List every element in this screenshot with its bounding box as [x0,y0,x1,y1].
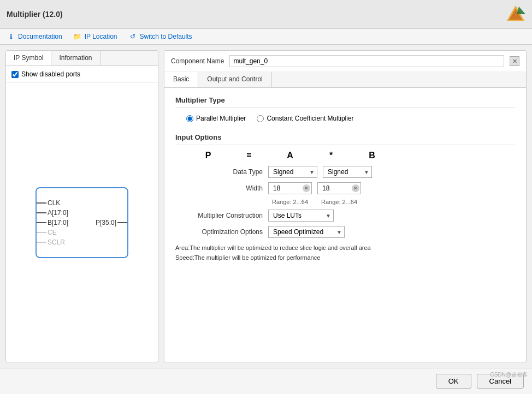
ip-location-label: IP Location [85,33,117,40]
info-icon: ℹ [7,32,15,41]
options-row: Show disabled ports [6,66,158,83]
data-type-row: Data Type Signed Unsigned ▼ Signed [175,166,515,178]
port-a: A[17:0] [48,209,116,217]
multiplier-construction-label: Multiplier Construction [175,212,263,219]
main-content: IP Symbol Information Show disabled port… [0,45,532,368]
component-name-row: Component Name ✕ [164,51,526,72]
port-line [37,212,46,213]
radio-parallel-input[interactable] [186,115,193,122]
ip-box: CLK A[17:0] B[17:0] P[35:0] [36,187,128,258]
documentation-label: Documentation [18,33,62,40]
width-label: Width [175,184,263,192]
switch-to-defaults-label: Switch to Defaults [140,33,192,40]
range-values: Range: 2...64 Range: 2...64 [268,199,361,205]
component-clear-button[interactable]: ✕ [510,56,519,66]
optimization-options-wrapper: Speed Optimized Area Optimized ▼ [268,226,345,238]
left-tabs: IP Symbol Information [6,51,158,66]
width-b-clear-button[interactable]: ✕ [352,184,359,192]
footer: OK Cancel [0,368,532,394]
show-disabled-ports-input[interactable] [11,71,19,78]
ip-location-button[interactable]: 📁 IP Location [73,32,117,41]
symbol-area: CLK A[17:0] B[17:0] P[35:0] [6,83,158,362]
width-a-clear-button[interactable]: ✕ [303,184,310,192]
help-speed-text: Speed:The multiplier will be optimized f… [175,253,515,263]
radio-constant-label: Constant Coefficient Multiplier [267,115,353,122]
logo-icon [506,4,525,24]
radio-constant-input[interactable] [257,115,264,122]
ip-symbol: CLK A[17:0] B[17:0] P[35:0] [36,187,128,258]
data-type-a-select[interactable]: Signed Unsigned [268,166,317,178]
dialog: Multiplier (12.0) ℹ Documentation 📁 IP L… [0,0,532,394]
formula-p: P [186,151,230,160]
help-area-text: Area:The multiplier will be optimized to… [175,243,515,253]
data-type-controls: Signed Unsigned ▼ Signed Unsigned ▼ [268,166,372,178]
multiplier-type-radios: Parallel Multiplier Constant Coefficient… [186,115,515,122]
port-line [37,202,46,204]
show-disabled-ports-checkbox[interactable]: Show disabled ports [11,70,152,78]
show-disabled-ports-label: Show disabled ports [21,70,80,78]
optimization-options-row: Optimization Options Speed Optimized Are… [175,226,515,238]
formula-b: B [350,151,394,160]
data-type-a-wrapper: Signed Unsigned ▼ [268,166,317,178]
right-tabs: Basic Output and Control [164,72,526,88]
documentation-button[interactable]: ℹ Documentation [7,32,62,41]
port-line [37,222,46,223]
tab-information[interactable]: Information [51,51,100,65]
port-ce: CE [48,229,116,236]
component-name-input[interactable] [229,55,504,67]
multiplier-construction-wrapper: Use LUTs Use Mults ▼ [268,210,334,222]
folder-icon: 📁 [73,32,82,41]
port-clk: CLK [48,199,116,207]
width-row: Width ✕ ✕ [175,182,515,194]
formula-eq: = [241,151,257,160]
tab-ip-symbol[interactable]: IP Symbol [6,51,51,65]
watermark: CSDN@迷都客 [490,371,528,379]
input-options-title: Input Options [175,133,515,145]
ok-button[interactable]: OK [436,374,471,389]
radio-parallel-label: Parallel Multiplier [196,115,246,122]
data-type-b-select[interactable]: Signed Unsigned [323,166,372,178]
multiplier-type-title: Multiplier Type [175,96,515,108]
formula-row: P = A * B [181,151,515,160]
width-a-wrap: ✕ [268,182,312,194]
tab-basic[interactable]: Basic [164,72,198,87]
tab-output-control[interactable]: Output and Control [198,72,271,87]
formula-a: A [268,151,312,160]
multiplier-construction-select[interactable]: Use LUTs Use Mults [268,210,334,222]
radio-parallel-multiplier[interactable]: Parallel Multiplier [186,115,246,122]
data-type-label: Data Type [175,168,263,176]
toolbar: ℹ Documentation 📁 IP Location ↺ Switch t… [0,29,532,45]
port-line-right [117,222,127,223]
width-b-wrap: ✕ [317,182,361,194]
port-line [37,232,46,233]
data-type-b-wrapper: Signed Unsigned ▼ [323,166,372,178]
optimization-options-label: Optimization Options [175,228,263,236]
port-b: B[17:0] P[35:0] [48,219,116,226]
help-text: Area:The multiplier will be optimized to… [175,243,515,262]
switch-to-defaults-button[interactable]: ↺ Switch to Defaults [128,32,192,41]
right-panel: Component Name ✕ Basic Output and Contro… [164,50,527,362]
port-line [37,242,46,243]
title-bar: Multiplier (12.0) [0,0,532,29]
width-controls: ✕ ✕ [268,182,361,194]
range-b: Range: 2...64 [317,199,361,205]
component-name-label: Component Name [171,57,224,65]
formula-times: * [323,151,339,160]
right-content: Multiplier Type Parallel Multiplier Cons… [164,88,526,362]
multiplier-construction-row: Multiplier Construction Use LUTs Use Mul… [175,210,515,222]
refresh-icon: ↺ [128,32,137,41]
range-a: Range: 2...64 [268,199,312,205]
svg-marker-2 [517,7,525,14]
port-sclr: SCLR [48,238,116,246]
optimization-options-select[interactable]: Speed Optimized Area Optimized [268,226,345,238]
radio-constant-coefficient[interactable]: Constant Coefficient Multiplier [257,115,353,122]
dialog-title: Multiplier (12.0) [7,10,63,19]
range-row: Range: 2...64 Range: 2...64 [175,199,515,205]
left-panel: IP Symbol Information Show disabled port… [5,50,158,362]
